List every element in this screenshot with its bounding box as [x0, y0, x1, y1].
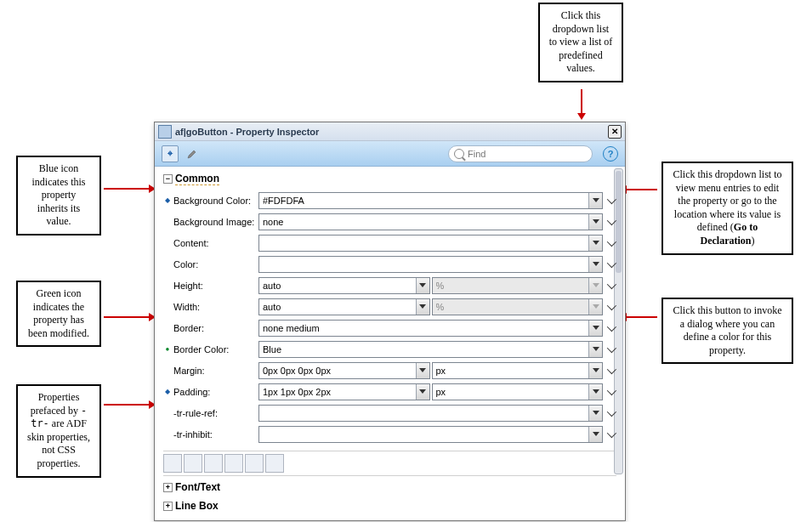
- property-row: ◆Background Color:: [163, 190, 616, 210]
- property-combobox[interactable]: [258, 256, 603, 273]
- property-input[interactable]: [259, 321, 588, 336]
- property-combobox[interactable]: [258, 405, 603, 422]
- tool-btn-2[interactable]: [184, 454, 202, 473]
- property-combobox[interactable]: [258, 426, 603, 443]
- property-label: Border:: [172, 323, 258, 333]
- property-field: [258, 383, 603, 400]
- property-row: Color:: [163, 254, 616, 274]
- property-inspector-window: af|goButton - Property Inspector ✕ ⌖ ? −…: [154, 122, 626, 521]
- inherited-icon: ◆: [163, 196, 172, 204]
- property-row: Content:: [163, 233, 616, 252]
- values-dropdown[interactable]: [588, 321, 602, 336]
- values-dropdown[interactable]: [416, 299, 429, 315]
- tool-btn-3[interactable]: [204, 454, 223, 473]
- pencil-icon: [187, 149, 197, 159]
- property-combobox[interactable]: [432, 362, 604, 379]
- property-label: Background Color:: [172, 196, 258, 206]
- tool-btn-5[interactable]: [245, 454, 264, 473]
- property-combobox[interactable]: [258, 320, 603, 337]
- property-input[interactable]: [259, 427, 588, 442]
- property-combobox[interactable]: [432, 383, 604, 400]
- values-dropdown[interactable]: [588, 214, 602, 230]
- section-fonttext[interactable]: + Font/Text: [163, 479, 616, 495]
- scrollbar[interactable]: [614, 168, 623, 474]
- scroll-thumb[interactable]: [616, 171, 622, 273]
- property-combobox[interactable]: [258, 277, 430, 294]
- property-row: ●Border Color:: [163, 339, 616, 359]
- tool-btn-1[interactable]: [163, 454, 182, 473]
- section-linebox[interactable]: + Line Box: [163, 498, 616, 513]
- property-row: Height:: [163, 275, 616, 295]
- search-icon: [454, 149, 464, 159]
- property-input[interactable]: [259, 278, 416, 293]
- values-dropdown[interactable]: [416, 384, 429, 400]
- values-dropdown[interactable]: [416, 363, 429, 378]
- property-field: [258, 320, 603, 337]
- property-field: [258, 362, 603, 379]
- tool-btn-4[interactable]: [224, 454, 243, 473]
- values-dropdown[interactable]: [588, 193, 602, 208]
- property-combobox[interactable]: [258, 298, 430, 315]
- property-combobox[interactable]: [258, 362, 430, 379]
- property-label: -tr-inhibit:: [172, 429, 258, 440]
- section-common[interactable]: − Common: [163, 173, 616, 185]
- values-dropdown[interactable]: [588, 406, 602, 421]
- modified-icon: ●: [163, 345, 172, 353]
- help-button[interactable]: ?: [603, 146, 618, 162]
- callout-left-blue: Blue icon indicates this property inheri…: [16, 156, 101, 235]
- property-combobox[interactable]: [258, 383, 430, 400]
- property-input[interactable]: [259, 214, 588, 230]
- values-dropdown[interactable]: [588, 363, 602, 378]
- close-button[interactable]: ✕: [608, 125, 622, 139]
- values-dropdown[interactable]: [588, 235, 602, 251]
- property-field: [258, 341, 603, 358]
- property-field: [258, 298, 603, 315]
- arrow-left1: [104, 188, 150, 190]
- property-row: -tr-inhibit:: [163, 424, 616, 444]
- property-field: [258, 426, 603, 443]
- property-label: Border Color:: [172, 344, 258, 355]
- property-input[interactable]: [433, 363, 589, 378]
- values-dropdown[interactable]: [588, 342, 602, 357]
- property-row: -tr-rule-ref:: [163, 403, 616, 423]
- values-dropdown[interactable]: [588, 427, 602, 442]
- values-dropdown: [588, 299, 602, 315]
- toolbar-button-1[interactable]: ⌖: [162, 145, 179, 162]
- section-label: Common: [175, 173, 219, 185]
- property-combobox[interactable]: [258, 213, 603, 230]
- search-box[interactable]: [448, 145, 593, 162]
- property-input[interactable]: [259, 363, 416, 378]
- arrow-right2: [625, 316, 657, 318]
- property-row: Width:: [163, 297, 616, 316]
- values-dropdown: [588, 278, 602, 293]
- property-input[interactable]: [259, 193, 588, 208]
- property-combobox[interactable]: [258, 235, 603, 252]
- property-label: Background Image:: [172, 217, 258, 227]
- section-label: Line Box: [175, 500, 219, 512]
- values-dropdown[interactable]: [588, 384, 602, 400]
- property-input[interactable]: [259, 257, 588, 272]
- property-combobox[interactable]: [258, 192, 603, 209]
- property-input[interactable]: [259, 406, 588, 421]
- property-input[interactable]: [259, 299, 416, 315]
- window-icon: [158, 125, 172, 139]
- callout-right-color: Click this button to invoke a dialog whe…: [662, 298, 793, 364]
- arrow-top: [581, 89, 582, 115]
- toolbar-edit-button[interactable]: [184, 145, 201, 162]
- property-input[interactable]: [259, 342, 588, 357]
- tool-btn-6[interactable]: [265, 454, 284, 473]
- collapse-icon[interactable]: −: [163, 174, 173, 184]
- values-dropdown[interactable]: [416, 278, 429, 293]
- expand-icon[interactable]: +: [163, 483, 173, 492]
- search-input[interactable]: [468, 149, 587, 159]
- callout-left-green: Green icon indicates the property has be…: [16, 281, 101, 347]
- property-input[interactable]: [259, 235, 588, 251]
- property-field: [258, 235, 603, 252]
- values-dropdown[interactable]: [588, 257, 602, 272]
- property-input[interactable]: [433, 384, 589, 400]
- property-field: [258, 192, 603, 209]
- properties-panel: − Common ◆Background Color:Background Im…: [155, 167, 625, 520]
- expand-icon[interactable]: +: [163, 502, 173, 511]
- property-combobox[interactable]: [258, 341, 603, 358]
- property-input[interactable]: [259, 384, 416, 400]
